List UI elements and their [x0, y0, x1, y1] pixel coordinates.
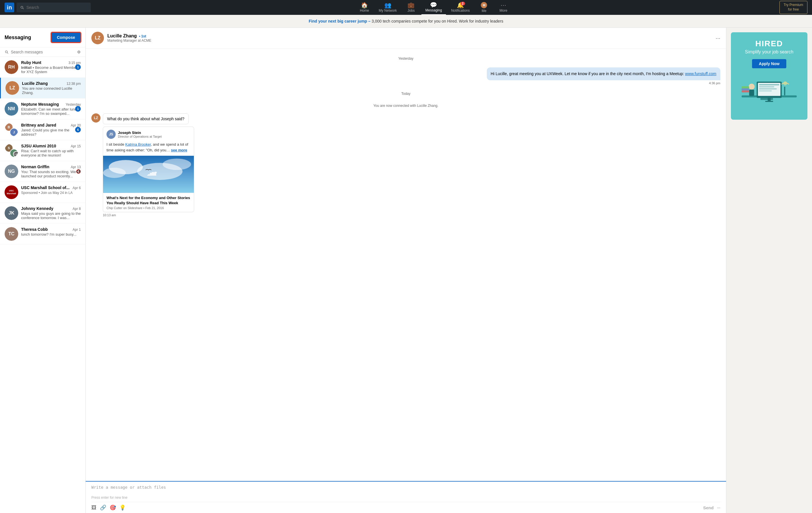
- nav-me-label: Me: [482, 9, 487, 13]
- chat-options-icon[interactable]: ···: [716, 35, 720, 41]
- messaging-panel: Messaging Compose ⚙ RH Ruby Hunt 3:15 pm: [0, 28, 86, 513]
- nav-item-messaging[interactable]: 💬 Messaging: [422, 0, 446, 15]
- johnny-avatar-circle: JK: [5, 206, 18, 220]
- outgoing-time-1: 4:36 pm: [709, 81, 720, 85]
- lucille-zhang-preview: You are now connected Lucille Zhang.: [22, 86, 81, 95]
- svg-rect-19: [742, 86, 749, 88]
- johnny-preview: Maya said you guys are going to the conf…: [21, 211, 81, 220]
- see-more-link[interactable]: see more: [171, 148, 187, 152]
- message-input[interactable]: [91, 485, 720, 494]
- gif-icon[interactable]: 🎯: [110, 505, 116, 511]
- conversation-item-usc[interactable]: USCMarshall USC Marshall School of... Ap…: [0, 182, 85, 203]
- banner-link[interactable]: Find your next big career jump –: [309, 19, 370, 23]
- joseph-stein-name: Joseph Stein: [118, 131, 162, 135]
- nav-item-my-network[interactable]: 👥 My Network: [375, 0, 401, 15]
- conversation-item-johnny[interactable]: JK Johnny Kennedy Apr 8 Maya said you gu…: [0, 203, 85, 224]
- conversation-item-neptune[interactable]: NM Neptune Messaging Yesterday Elizabeth…: [0, 98, 85, 119]
- conversation-item-lucille-zhang[interactable]: LZ Lucille Zhang 12:38 pm You are now co…: [0, 78, 85, 98]
- conversation-item-brittney-jared[interactable]: B J Brittney and Jared Apr 20 Jared: Cou…: [0, 119, 85, 140]
- nav-item-me[interactable]: M Me: [475, 0, 493, 15]
- ruby-hunt-preview: InMail • Become a Board Member for XYZ S…: [21, 65, 81, 74]
- desk-illustration: [736, 73, 802, 108]
- nav-messaging-label: Messaging: [426, 8, 442, 12]
- my-network-icon: 👥: [384, 2, 392, 8]
- theresa-content: Theresa Cobb Apr 1 lunch tomorrow? I'm s…: [21, 227, 81, 236]
- notifications-badge: 2: [461, 2, 465, 5]
- promo-banner: Find your next big career jump – 3,000 t…: [0, 15, 812, 28]
- nav-home-label: Home: [360, 8, 369, 12]
- msg-search-input[interactable]: [11, 50, 75, 54]
- search-input[interactable]: [26, 5, 87, 10]
- conversation-item-sjsu[interactable]: S A +48 SJSU Alumni 2010 Apr 15 Risa: Ca…: [0, 140, 85, 161]
- norman-avatar-circle: NG: [5, 165, 18, 178]
- norman-content: Norman Griffin Apr 13 You: That sounds s…: [21, 165, 81, 178]
- shared-card-meta: Chip Cutter on Slideshare • Feb 21, 2016: [107, 206, 191, 210]
- ruby-hunt-avatar: RH: [5, 60, 18, 74]
- date-divider-yesterday: Yesterday: [91, 57, 720, 61]
- navbar: in 🏠 Home 👥 My Network 💼 Jobs 💬 Messagin…: [0, 0, 812, 15]
- nav-item-notifications[interactable]: 🔔 2 Notifications: [447, 0, 474, 15]
- johnny-avatar: JK: [5, 206, 18, 220]
- me-avatar: M: [481, 2, 487, 8]
- nav-item-jobs[interactable]: 💼 Jobs: [402, 0, 420, 15]
- image-attach-icon[interactable]: 🖼: [91, 505, 96, 511]
- conversation-list: RH Ruby Hunt 3:15 pm InMail • Become a B…: [0, 57, 85, 513]
- brittney-jared-group-avatar: B J: [5, 123, 18, 137]
- home-icon: 🏠: [361, 2, 368, 8]
- sjsu-avatar-plus: +48: [13, 151, 18, 158]
- sjsu-preview: Risa: Can't wait to catch up with everyo…: [21, 149, 81, 158]
- usc-header: USC Marshall School of... Apr 6: [21, 186, 81, 190]
- johnny-time: Apr 8: [72, 207, 81, 211]
- shared-card-footer: What's Next for the Economy and Other St…: [103, 193, 194, 212]
- shared-card-body: I sit beside Katrina Brooker, and we spe…: [103, 142, 194, 156]
- shared-card-title: What's Next for the Economy and Other St…: [107, 195, 191, 206]
- svg-rect-11: [759, 90, 772, 91]
- premium-button[interactable]: Try Premium for free: [779, 1, 807, 14]
- banner-text: 3,000 tech companies compete for you on …: [371, 19, 503, 23]
- sjsu-avatar: S A +48: [5, 144, 18, 158]
- lucille-zhang-time: 12:38 pm: [66, 82, 81, 86]
- usc-logo: USCMarshall: [5, 186, 18, 199]
- theresa-avatar: TC: [5, 227, 18, 241]
- brittney-jared-preview: Jared: Could you give me the address?: [21, 128, 81, 137]
- shared-card: JS Joseph Stein Director of Operations a…: [103, 126, 194, 212]
- chat-contact-avatar: LZ: [91, 32, 104, 44]
- messaging-header: Messaging Compose: [0, 28, 85, 48]
- more-options-icon[interactable]: ···: [717, 505, 720, 510]
- chat-panel: LZ Lucille Zhang • 1st Marketing Manager…: [86, 28, 726, 513]
- joseph-stein-avatar: JS: [107, 130, 116, 139]
- ad-title: HIRED: [736, 39, 802, 48]
- incoming-time-1: 10:13 am: [103, 213, 194, 217]
- conversation-item-ruby-hunt[interactable]: RH Ruby Hunt 3:15 pm InMail • Become a B…: [0, 57, 85, 78]
- send-button[interactable]: Send: [703, 505, 714, 510]
- nav-item-more[interactable]: ⋯ More: [494, 0, 513, 15]
- compose-button[interactable]: Compose: [51, 32, 81, 42]
- ruby-hunt-header: Ruby Hunt 3:15 pm: [21, 60, 81, 65]
- shared-card-sender: JS Joseph Stein Director of Operations a…: [103, 127, 194, 142]
- brittney-jared-badge: 6: [75, 127, 81, 133]
- conversation-item-theresa[interactable]: TC Theresa Cobb Apr 1 lunch tomorrow? I'…: [0, 224, 85, 245]
- katrina-brooker-link[interactable]: Katrina Brooker: [125, 142, 151, 146]
- svg-rect-18: [742, 88, 749, 90]
- mute-icon: 🔇: [76, 169, 81, 174]
- chat-contact-title: Marketing Manager at ACME: [107, 38, 151, 42]
- theresa-name: Theresa Cobb: [21, 227, 48, 232]
- bubble-link-1[interactable]: www.funstuff.com: [685, 72, 716, 76]
- neptune-header: Neptune Messaging Yesterday: [21, 102, 81, 107]
- filter-icon[interactable]: ⚙: [77, 50, 81, 54]
- link-attach-icon[interactable]: 🔗: [100, 505, 106, 511]
- nav-item-home[interactable]: 🏠 Home: [355, 0, 374, 15]
- linkedin-logo[interactable]: in: [5, 3, 14, 12]
- incoming-avatar-1: LZ: [91, 113, 100, 122]
- search-bar[interactable]: [17, 3, 91, 12]
- ruby-hunt-content: Ruby Hunt 3:15 pm InMail • Become a Boar…: [21, 60, 81, 74]
- more-icon: ⋯: [500, 2, 506, 8]
- johnny-name: Johnny Kennedy: [21, 206, 53, 211]
- brittney-jared-avatar: B J: [5, 123, 18, 137]
- conversation-item-norman[interactable]: NG Norman Griffin Apr 13 You: That sound…: [0, 161, 85, 182]
- lucille-zhang-name: Lucille Zhang: [22, 81, 48, 86]
- ruby-hunt-avatar-circle: RH: [5, 60, 18, 74]
- lightbulb-icon[interactable]: 💡: [119, 505, 126, 511]
- ad-apply-button[interactable]: Apply Now: [752, 59, 786, 68]
- outgoing-bubble-1: Hi Lucille, great meeting you at UXWeek.…: [487, 67, 720, 80]
